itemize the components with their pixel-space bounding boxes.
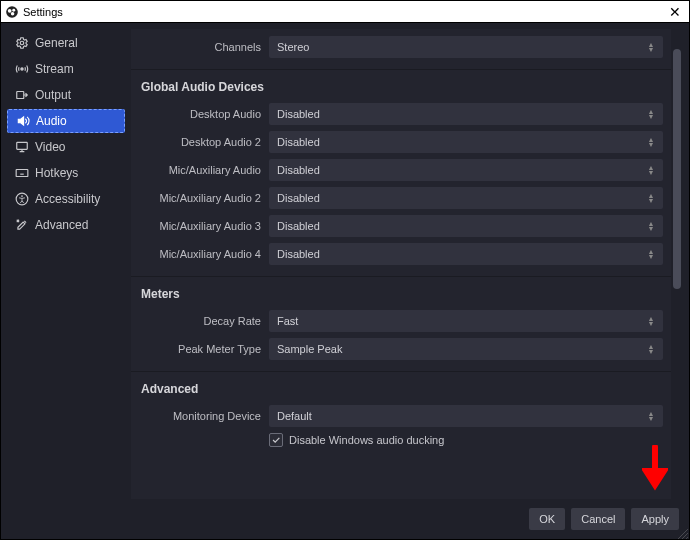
- svg-point-4: [20, 41, 24, 45]
- svg-rect-8: [16, 170, 28, 177]
- sidebar-item-output[interactable]: Output: [7, 83, 125, 107]
- sidebar-item-label: Audio: [36, 114, 67, 128]
- sidebar-item-audio[interactable]: Audio: [7, 109, 125, 133]
- antenna-icon: [15, 62, 29, 76]
- disable-ducking-checkbox[interactable]: [269, 433, 283, 447]
- spinner-icon: ▲▼: [645, 344, 657, 354]
- tools-icon: [15, 218, 29, 232]
- settings-content: Channels Stereo ▲▼ Global Audio Devices …: [131, 29, 671, 499]
- svg-point-5: [21, 68, 23, 70]
- checkbox-label: Disable Windows audio ducking: [289, 434, 444, 446]
- close-button[interactable]: ✕: [665, 5, 685, 19]
- ok-button[interactable]: OK: [529, 508, 565, 530]
- svg-rect-7: [17, 142, 28, 149]
- sidebar-item-hotkeys[interactable]: Hotkeys: [7, 161, 125, 185]
- field-label: Peak Meter Type: [139, 343, 269, 355]
- speaker-icon: [16, 114, 30, 128]
- select-value: Disabled: [277, 136, 320, 148]
- select-value: Disabled: [277, 108, 320, 120]
- sidebar-item-label: Advanced: [35, 218, 88, 232]
- field-label: Decay Rate: [139, 315, 269, 327]
- select-value: Disabled: [277, 220, 320, 232]
- select-value: Sample Peak: [277, 343, 342, 355]
- select-value: Disabled: [277, 192, 320, 204]
- monitor-icon: [15, 140, 29, 154]
- field-label: Mic/Auxiliary Audio 4: [139, 248, 269, 260]
- select-value: Fast: [277, 315, 298, 327]
- field-label: Mic/Auxiliary Audio 3: [139, 220, 269, 232]
- field-label: Channels: [139, 41, 269, 53]
- apply-button[interactable]: Apply: [631, 508, 679, 530]
- svg-point-0: [6, 6, 18, 18]
- app-icon: [5, 5, 19, 19]
- mic-aux-2-select[interactable]: Disabled▲▼: [269, 187, 663, 209]
- mic-aux-3-select[interactable]: Disabled▲▼: [269, 215, 663, 237]
- spinner-icon: ▲▼: [645, 165, 657, 175]
- svg-point-3: [11, 12, 14, 16]
- svg-point-10: [21, 195, 23, 197]
- spinner-icon: ▲▼: [645, 42, 657, 52]
- resize-grip[interactable]: [678, 528, 688, 538]
- titlebar: Settings ✕: [1, 1, 689, 23]
- gear-icon: [15, 36, 29, 50]
- svg-point-1: [8, 8, 12, 12]
- select-value: Disabled: [277, 164, 320, 176]
- section-heading: Advanced: [131, 372, 671, 402]
- sidebar-item-label: General: [35, 36, 78, 50]
- scrollbar[interactable]: [671, 29, 683, 499]
- mic-aux-4-select[interactable]: Disabled▲▼: [269, 243, 663, 265]
- decay-rate-select[interactable]: Fast▲▼: [269, 310, 663, 332]
- mic-aux-select[interactable]: Disabled▲▼: [269, 159, 663, 181]
- sidebar-item-label: Stream: [35, 62, 74, 76]
- sidebar-item-general[interactable]: General: [7, 31, 125, 55]
- sidebar-item-video[interactable]: Video: [7, 135, 125, 159]
- spinner-icon: ▲▼: [645, 137, 657, 147]
- svg-point-2: [12, 8, 15, 11]
- svg-rect-6: [17, 92, 24, 99]
- spinner-icon: ▲▼: [645, 221, 657, 231]
- sidebar-item-label: Hotkeys: [35, 166, 78, 180]
- desktop-audio-2-select[interactable]: Disabled▲▼: [269, 131, 663, 153]
- sidebar-item-label: Output: [35, 88, 71, 102]
- output-icon: [15, 88, 29, 102]
- footer: OK Cancel Apply: [1, 499, 689, 539]
- field-label: Mic/Auxiliary Audio 2: [139, 192, 269, 204]
- select-value: Stereo: [277, 41, 309, 53]
- spinner-icon: ▲▼: [645, 109, 657, 119]
- sidebar-item-label: Video: [35, 140, 65, 154]
- cancel-button[interactable]: Cancel: [571, 508, 625, 530]
- spinner-icon: ▲▼: [645, 316, 657, 326]
- field-label: Monitoring Device: [139, 410, 269, 422]
- spinner-icon: ▲▼: [645, 193, 657, 203]
- sidebar-item-accessibility[interactable]: Accessibility: [7, 187, 125, 211]
- monitoring-device-select[interactable]: Default▲▼: [269, 405, 663, 427]
- section-heading: Meters: [131, 277, 671, 307]
- spinner-icon: ▲▼: [645, 249, 657, 259]
- field-label: Desktop Audio 2: [139, 136, 269, 148]
- section-heading: Global Audio Devices: [131, 70, 671, 100]
- field-label: Mic/Auxiliary Audio: [139, 164, 269, 176]
- sidebar-item-advanced[interactable]: Advanced: [7, 213, 125, 237]
- sidebar: General Stream Output Audio Video Hotkey…: [1, 23, 131, 499]
- field-label: Desktop Audio: [139, 108, 269, 120]
- spinner-icon: ▲▼: [645, 411, 657, 421]
- accessibility-icon: [15, 192, 29, 206]
- window-title: Settings: [23, 6, 63, 18]
- peak-meter-select[interactable]: Sample Peak▲▼: [269, 338, 663, 360]
- select-value: Disabled: [277, 248, 320, 260]
- scrollbar-thumb[interactable]: [673, 49, 681, 289]
- select-value: Default: [277, 410, 312, 422]
- sidebar-item-label: Accessibility: [35, 192, 100, 206]
- desktop-audio-select[interactable]: Disabled▲▼: [269, 103, 663, 125]
- channels-select[interactable]: Stereo ▲▼: [269, 36, 663, 58]
- sidebar-item-stream[interactable]: Stream: [7, 57, 125, 81]
- keyboard-icon: [15, 166, 29, 180]
